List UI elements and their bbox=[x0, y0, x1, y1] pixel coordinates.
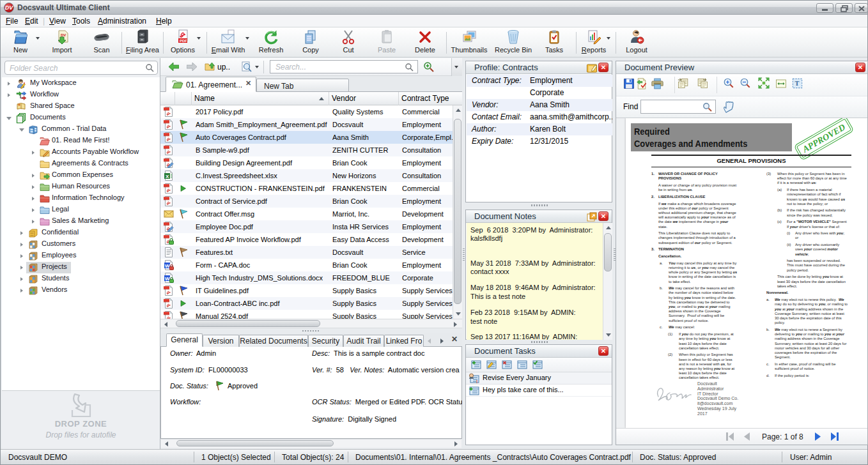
svg-text:W: W bbox=[165, 263, 170, 269]
svg-text:X: X bbox=[166, 174, 169, 179]
svg-text:W: W bbox=[165, 276, 170, 282]
svg-text:!: ! bbox=[476, 379, 477, 383]
svg-text:T: T bbox=[795, 80, 800, 87]
svg-text:PDF: PDF bbox=[180, 39, 187, 43]
svg-text:DV: DV bbox=[61, 33, 66, 37]
